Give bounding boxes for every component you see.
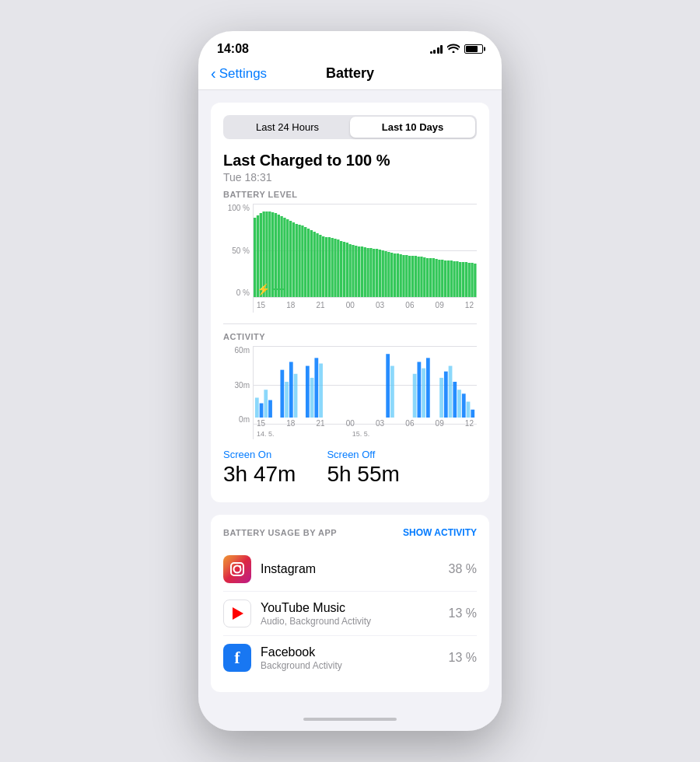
instagram-icon — [223, 555, 251, 583]
svg-rect-75 — [255, 397, 259, 418]
youtube-name: YouTube Music — [261, 601, 449, 615]
svg-rect-13 — [292, 222, 295, 297]
svg-rect-92 — [426, 358, 430, 418]
svg-rect-61 — [435, 259, 437, 297]
svg-rect-35 — [358, 246, 360, 297]
svg-rect-95 — [449, 366, 453, 418]
app-row-youtube[interactable]: YouTube Music Audio, Background Activity… — [223, 592, 477, 636]
svg-rect-73 — [471, 263, 473, 297]
svg-rect-67 — [453, 261, 455, 297]
activity-bars-svg — [254, 346, 477, 418]
svg-rect-65 — [447, 260, 450, 297]
svg-rect-46 — [390, 253, 393, 297]
status-time: 14:08 — [217, 42, 249, 56]
svg-rect-26 — [331, 238, 333, 297]
svg-rect-66 — [450, 260, 453, 297]
y-label-50: 50 % — [223, 246, 250, 255]
facebook-info: Facebook Background Activity — [261, 645, 449, 671]
svg-rect-85 — [314, 358, 318, 418]
x-00: 00 — [346, 301, 355, 309]
y-label-100: 100 % — [223, 204, 250, 212]
home-indicator — [198, 708, 502, 731]
svg-rect-31 — [346, 243, 348, 297]
act-y-30: 30m — [223, 381, 250, 390]
svg-rect-58 — [426, 258, 429, 297]
svg-rect-33 — [352, 245, 354, 297]
screen-on-stat: Screen On 3h 47m — [223, 449, 296, 487]
svg-rect-89 — [413, 374, 417, 418]
svg-rect-91 — [422, 369, 425, 418]
segment-24h[interactable]: Last 24 Hours — [225, 117, 350, 138]
svg-rect-86 — [319, 363, 323, 418]
facebook-sub: Background Activity — [261, 660, 449, 671]
svg-rect-48 — [397, 253, 399, 297]
svg-rect-44 — [384, 251, 387, 297]
home-bar — [303, 718, 397, 721]
battery-x-axis: 15 18 21 00 03 06 09 12 — [254, 297, 477, 313]
nav-bar: ‹ Settings Battery — [198, 62, 502, 90]
svg-rect-14 — [296, 224, 298, 297]
scroll-content[interactable]: Last 24 Hours Last 10 Days Last Charged … — [198, 90, 502, 708]
app-row-facebook[interactable]: f Facebook Background Activity 13 % — [223, 636, 477, 680]
svg-rect-39 — [369, 248, 372, 297]
show-activity-button[interactable]: SHOW ACTIVITY — [403, 527, 477, 538]
x-09: 09 — [436, 301, 444, 309]
svg-rect-77 — [264, 390, 268, 418]
x-15: 15 — [257, 301, 265, 309]
svg-rect-18 — [307, 229, 310, 297]
last-charged-section: Last Charged to 100 % Tue 18:31 — [223, 152, 477, 184]
svg-rect-17 — [304, 227, 306, 297]
battery-usage-title: BATTERY USAGE BY APP — [223, 528, 337, 537]
svg-rect-93 — [439, 378, 443, 418]
svg-rect-59 — [429, 258, 432, 297]
status-bar: 14:08 — [198, 31, 502, 62]
x-21: 21 — [317, 301, 325, 309]
instagram-name: Instagram — [261, 562, 449, 576]
svg-rect-20 — [313, 232, 316, 297]
youtube-play-icon — [233, 607, 243, 620]
battery-bars-svg — [254, 204, 477, 297]
wifi-icon — [447, 44, 460, 55]
svg-rect-28 — [337, 239, 339, 297]
svg-rect-40 — [373, 249, 375, 297]
act-y-0: 0m — [223, 415, 250, 424]
battery-chart-container: 100 % 50 % 0 % — [223, 204, 477, 313]
svg-rect-24 — [325, 237, 327, 297]
svg-rect-83 — [306, 366, 310, 418]
svg-rect-41 — [376, 249, 378, 297]
svg-rect-47 — [394, 253, 396, 297]
last-charged-subtitle: Tue 18:31 — [223, 171, 477, 184]
battery-y-axis: 100 % 50 % 0 % — [223, 204, 253, 313]
chevron-left-icon: ‹ — [211, 65, 216, 81]
segment-10d[interactable]: Last 10 Days — [350, 117, 475, 138]
screen-stats: Screen On 3h 47m Screen Off 5h 55m — [223, 449, 477, 487]
back-button[interactable]: ‹ Settings — [211, 66, 267, 82]
svg-rect-69 — [459, 262, 461, 297]
svg-rect-78 — [268, 400, 272, 418]
svg-rect-37 — [364, 247, 366, 297]
youtube-pct: 13 % — [449, 606, 477, 620]
app-row-instagram[interactable]: Instagram 38 % — [223, 547, 477, 592]
activity-y-axis: 60m 30m 0m — [223, 346, 253, 439]
page-title: Battery — [326, 65, 374, 82]
svg-rect-53 — [411, 256, 414, 297]
instagram-camera-icon — [230, 562, 244, 576]
activity-chart-label: ACTIVITY — [223, 332, 477, 341]
svg-rect-68 — [456, 261, 458, 297]
svg-rect-96 — [453, 382, 457, 418]
svg-rect-15 — [298, 225, 300, 297]
svg-rect-11 — [286, 219, 289, 297]
screen-on-label: Screen On — [223, 449, 296, 460]
screen-off-value: 5h 55m — [327, 462, 399, 487]
instagram-pct: 38 % — [449, 562, 477, 576]
svg-rect-56 — [420, 257, 422, 297]
youtube-info: YouTube Music Audio, Background Activity — [261, 601, 449, 627]
youtube-sub: Audio, Background Activity — [261, 616, 449, 627]
svg-rect-100 — [471, 410, 474, 418]
svg-rect-99 — [467, 402, 471, 418]
segment-control[interactable]: Last 24 Hours Last 10 Days — [223, 115, 477, 139]
battery-chart-section: BATTERY LEVEL 100 % 50 % 0 % — [223, 190, 477, 313]
svg-rect-49 — [400, 254, 402, 297]
x-06: 06 — [405, 301, 414, 309]
facebook-name: Facebook — [261, 645, 449, 659]
